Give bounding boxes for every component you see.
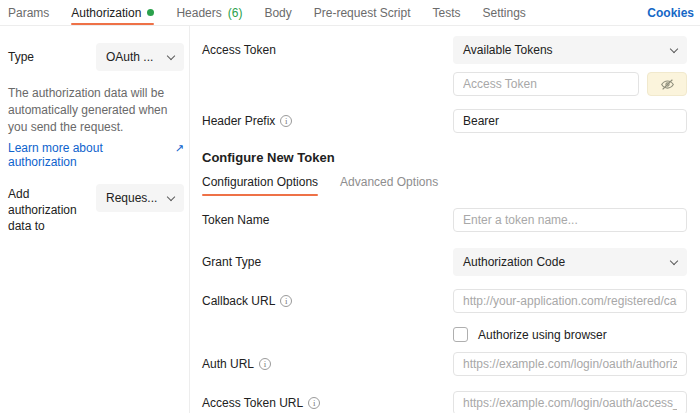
access-token-url-input[interactable] — [453, 391, 687, 413]
access-token-url-label: Access Token URL — [202, 396, 303, 410]
tab-params-label: Params — [8, 6, 49, 20]
auth-url-label: Auth URL — [202, 357, 254, 371]
token-name-input[interactable] — [453, 208, 687, 232]
info-icon[interactable] — [280, 115, 292, 127]
authorization-panel: Type OAuth ... The authorization data wi… — [0, 26, 700, 413]
authorize-browser-label: Authorize using browser — [478, 328, 607, 342]
auth-sidebar: Type OAuth ... The authorization data wi… — [0, 26, 190, 413]
tab-headers-label: Headers — [176, 6, 221, 20]
request-tabbar: Params Authorization Headers (6) Body Pr… — [0, 0, 700, 26]
learn-more-link[interactable]: Learn more about authorization — [8, 141, 184, 169]
add-auth-data-row: Add authorization data to Reques... — [8, 184, 184, 234]
grant-type-row: Grant Type Authorization Code — [202, 248, 687, 276]
toggle-token-visibility-button[interactable] — [647, 72, 687, 96]
tab-headers[interactable]: Headers (6) — [176, 0, 242, 25]
info-icon[interactable] — [308, 397, 320, 409]
tab-params[interactable]: Params — [8, 0, 49, 25]
authorize-browser-row: Authorize using browser — [202, 327, 687, 342]
access-token-input-row — [202, 72, 687, 96]
configure-new-token-title: Configure New Token — [202, 150, 687, 165]
tab-tests[interactable]: Tests — [432, 0, 460, 25]
cookies-link[interactable]: Cookies — [647, 0, 694, 25]
token-config-tabs: Configuration Options Advanced Options — [202, 175, 687, 196]
header-prefix-label-wrap: Header Prefix — [202, 114, 453, 128]
access-token-input[interactable] — [453, 72, 639, 96]
header-prefix-row: Header Prefix — [202, 109, 687, 133]
access-token-url-label-wrap: Access Token URL — [202, 396, 453, 410]
callback-url-input[interactable] — [453, 289, 687, 313]
tab-body-label: Body — [264, 6, 291, 20]
access-token-row: Access Token Available Tokens — [202, 36, 687, 64]
tab-tests-label: Tests — [432, 6, 460, 20]
chevron-down-icon — [670, 44, 678, 52]
authorization-status-dot-icon — [147, 9, 154, 16]
tab-settings-label: Settings — [483, 6, 526, 20]
callback-url-row: Callback URL — [202, 289, 687, 313]
callback-url-label-wrap: Callback URL — [202, 294, 453, 308]
tab-pre-request-script-label: Pre-request Script — [314, 6, 411, 20]
access-token-label: Access Token — [202, 43, 453, 57]
info-icon[interactable] — [280, 295, 292, 307]
add-auth-data-value: Reques... — [106, 191, 157, 205]
tab-pre-request-script[interactable]: Pre-request Script — [314, 0, 411, 25]
learn-more-link-label: Learn more about authorization — [8, 141, 172, 169]
header-prefix-label: Header Prefix — [202, 114, 275, 128]
grant-type-value: Authorization Code — [463, 255, 565, 269]
grant-type-label: Grant Type — [202, 255, 453, 269]
tab-settings[interactable]: Settings — [483, 0, 526, 25]
chevron-down-icon — [670, 256, 678, 264]
eye-off-icon — [660, 77, 675, 92]
tab-body[interactable]: Body — [264, 0, 291, 25]
token-name-label: Token Name — [202, 213, 453, 227]
auth-url-row: Auth URL — [202, 352, 687, 376]
token-name-row: Token Name — [202, 208, 687, 232]
tab-configuration-options[interactable]: Configuration Options — [202, 175, 318, 196]
auth-url-label-wrap: Auth URL — [202, 357, 453, 371]
oauth-config-form: Access Token Available Tokens — [190, 26, 700, 413]
auth-type-value: OAuth ... — [106, 50, 153, 64]
headers-count-badge: (6) — [228, 6, 243, 20]
tab-authorization-label: Authorization — [71, 6, 141, 20]
grant-type-dropdown[interactable]: Authorization Code — [453, 248, 687, 276]
chevron-down-icon — [167, 51, 175, 59]
callback-url-label: Callback URL — [202, 294, 275, 308]
authorize-browser-checkbox[interactable] — [453, 327, 468, 342]
available-tokens-value: Available Tokens — [463, 43, 553, 57]
add-auth-data-dropdown[interactable]: Reques... — [96, 184, 184, 212]
chevron-down-icon — [167, 192, 175, 200]
auth-type-row: Type OAuth ... — [8, 43, 184, 71]
tab-advanced-options[interactable]: Advanced Options — [340, 175, 438, 196]
tab-authorization[interactable]: Authorization — [71, 0, 154, 25]
auth-description-text: The authorization data will be automatic… — [8, 85, 184, 136]
external-link-icon — [175, 141, 184, 169]
auth-type-label: Type — [8, 50, 34, 64]
auth-url-input[interactable] — [453, 352, 687, 376]
auth-type-dropdown[interactable]: OAuth ... — [96, 43, 184, 71]
available-tokens-dropdown[interactable]: Available Tokens — [453, 36, 687, 64]
info-icon[interactable] — [259, 358, 271, 370]
access-token-url-row: Access Token URL — [202, 391, 687, 413]
add-auth-data-label: Add authorization data to — [8, 184, 88, 234]
header-prefix-input[interactable] — [453, 109, 687, 133]
